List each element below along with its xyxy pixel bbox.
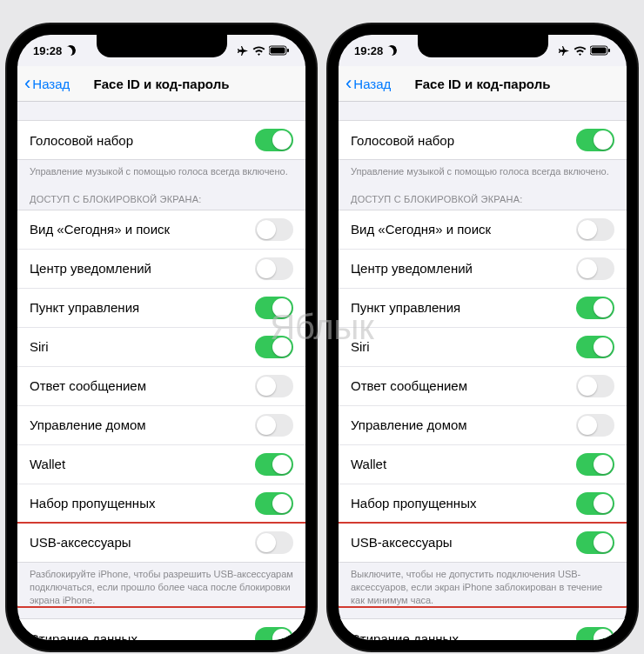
airplane-icon — [558, 45, 570, 57]
status-time: 19:28 — [354, 44, 383, 57]
row-reply: Ответ сообщением — [17, 367, 305, 406]
control-toggle[interactable] — [576, 297, 614, 319]
voice-dial-toggle[interactable] — [255, 129, 293, 151]
usb-label: USB-аксессуары — [30, 535, 131, 550]
page-title: Face ID и код-пароль — [339, 77, 627, 91]
erase-toggle[interactable] — [576, 627, 614, 640]
notif-toggle[interactable] — [576, 257, 614, 280]
wifi-icon — [574, 46, 587, 56]
siri-toggle[interactable] — [255, 336, 293, 358]
row-notif: Центр уведомлений — [17, 250, 305, 289]
home-toggle[interactable] — [576, 414, 614, 437]
phone-left: 19:28 ‹ Назад Face ID и код-пароль — [7, 24, 316, 651]
status-time: 19:28 — [33, 44, 62, 57]
control-label: Пункт управления — [30, 300, 139, 315]
siri-label: Siri — [351, 339, 370, 354]
airplane-icon — [237, 45, 249, 57]
wallet-toggle[interactable] — [255, 453, 293, 476]
reply-label: Ответ сообщением — [351, 378, 467, 393]
wallet-toggle[interactable] — [576, 453, 614, 476]
notch — [97, 35, 227, 57]
home-toggle[interactable] — [255, 414, 293, 437]
wallet-label: Wallet — [30, 457, 65, 471]
nav-bar: ‹ Назад Face ID и код-пароль — [339, 66, 627, 102]
lock-access-header: ДОСТУП С БЛОКИРОВКОЙ ЭКРАНА: — [339, 194, 627, 210]
usb-footer: Выключите, чтобы не допустить подключени… — [339, 563, 627, 607]
scroll-content[interactable]: Голосовой набор Управление музыкой с пом… — [339, 101, 627, 640]
today-label: Вид «Сегодня» и поиск — [351, 222, 491, 237]
svg-rect-1 — [271, 48, 285, 54]
today-toggle[interactable] — [576, 218, 614, 241]
control-toggle[interactable] — [255, 297, 293, 319]
voice-dial-label: Голосовой набор — [351, 133, 454, 148]
voice-dial-footer: Управление музыкой с помощью голоса всег… — [339, 160, 627, 178]
wifi-icon — [252, 46, 265, 56]
notif-label: Центр уведомлений — [351, 261, 473, 276]
row-wallet: Wallet — [17, 445, 305, 484]
phone-right: 19:28 ‹ Назад Face ID и код-пароль — [328, 24, 637, 651]
row-usb: USB-аксессуары — [17, 524, 305, 562]
siri-label: Siri — [30, 339, 49, 354]
svg-rect-2 — [287, 49, 289, 52]
missed-label: Набор пропущенных — [30, 496, 155, 511]
battery-icon — [269, 45, 290, 56]
reply-toggle[interactable] — [255, 375, 293, 397]
row-control: Пункт управления — [339, 289, 627, 328]
missed-toggle[interactable] — [255, 492, 293, 515]
row-voice-dial: Голосовой набор — [339, 121, 627, 159]
usb-toggle[interactable] — [255, 531, 293, 554]
row-missed: Набор пропущенных — [17, 484, 305, 523]
row-home: Управление домом — [17, 406, 305, 445]
erase-label: Стирание данных — [30, 631, 138, 640]
row-voice-dial: Голосовой набор — [17, 121, 305, 159]
row-notif: Центр уведомлений — [339, 250, 627, 289]
voice-dial-label: Голосовой набор — [30, 133, 133, 148]
siri-toggle[interactable] — [576, 336, 614, 358]
home-label: Управление домом — [30, 417, 146, 432]
row-control: Пункт управления — [17, 289, 305, 328]
voice-dial-toggle[interactable] — [576, 129, 614, 151]
row-today: Вид «Сегодня» и поиск — [17, 210, 305, 250]
usb-footer: Разблокируйте iPhone, чтобы разрешить US… — [17, 563, 305, 607]
row-erase: Стирание данных — [17, 619, 305, 640]
voice-dial-footer: Управление музыкой с помощью голоса всег… — [17, 160, 305, 178]
do-not-disturb-icon — [386, 43, 399, 57]
control-label: Пункт управления — [351, 300, 460, 315]
usb-highlight: USB-аксессуары Выключите, чтобы не допус… — [339, 522, 627, 609]
reply-label: Ответ сообщением — [30, 378, 146, 393]
erase-toggle[interactable] — [255, 627, 293, 640]
page-title: Face ID и код-пароль — [17, 77, 305, 91]
battery-icon — [590, 45, 611, 56]
usb-toggle[interactable] — [576, 531, 614, 554]
wallet-label: Wallet — [351, 457, 386, 471]
svg-rect-4 — [592, 48, 607, 54]
today-label: Вид «Сегодня» и поиск — [30, 222, 170, 237]
usb-label: USB-аксессуары — [351, 535, 453, 550]
row-usb: USB-аксессуары — [339, 524, 627, 562]
today-toggle[interactable] — [255, 218, 293, 241]
home-label: Управление домом — [351, 417, 467, 432]
reply-toggle[interactable] — [576, 375, 614, 397]
notch — [418, 35, 548, 57]
notif-label: Центр уведомлений — [30, 261, 151, 276]
nav-bar: ‹ Назад Face ID и код-пароль — [17, 66, 305, 102]
row-missed: Набор пропущенных — [339, 484, 627, 523]
row-siri: Siri — [17, 328, 305, 367]
lock-access-header: ДОСТУП С БЛОКИРОВКОЙ ЭКРАНА: — [17, 194, 305, 210]
erase-label: Стирание данных — [351, 631, 459, 640]
row-today: Вид «Сегодня» и поиск — [339, 210, 627, 250]
row-erase: Стирание данных — [339, 619, 627, 640]
row-home: Управление домом — [339, 406, 627, 445]
missed-toggle[interactable] — [576, 492, 614, 515]
svg-rect-5 — [608, 49, 610, 52]
notif-toggle[interactable] — [255, 257, 293, 280]
do-not-disturb-icon — [64, 43, 77, 57]
row-wallet: Wallet — [339, 445, 627, 484]
usb-highlight: USB-аксессуары Разблокируйте iPhone, что… — [17, 522, 305, 609]
row-siri: Siri — [339, 328, 627, 367]
missed-label: Набор пропущенных — [351, 496, 476, 511]
row-reply: Ответ сообщением — [339, 367, 627, 406]
scroll-content[interactable]: Голосовой набор Управление музыкой с пом… — [17, 101, 305, 640]
